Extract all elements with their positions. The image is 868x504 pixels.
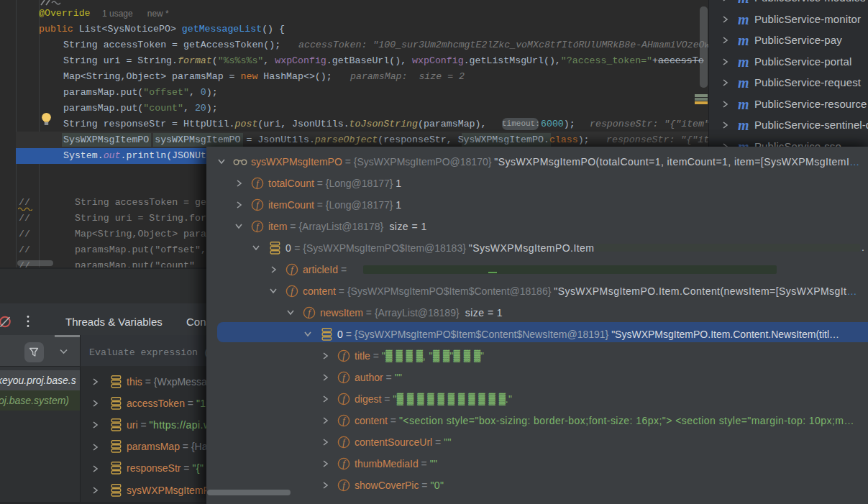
svg-text:f: f	[256, 200, 260, 210]
svg-text:f: f	[291, 265, 294, 275]
svg-text:f: f	[256, 221, 260, 232]
svg-text:f: f	[342, 372, 346, 382]
svg-text:f: f	[342, 394, 346, 404]
svg-text:f: f	[291, 286, 294, 296]
svg-text:f: f	[342, 416, 346, 426]
svg-text:f: f	[342, 437, 346, 447]
svg-text:f: f	[256, 178, 260, 188]
svg-text:f: f	[342, 480, 346, 490]
svg-text:f: f	[342, 351, 346, 361]
svg-text:f: f	[342, 459, 346, 469]
svg-text:f: f	[308, 308, 311, 318]
